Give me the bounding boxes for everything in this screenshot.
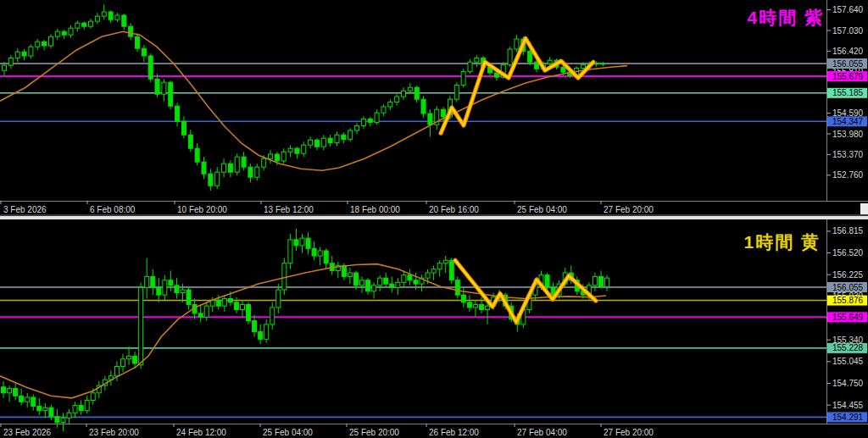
chart-1h-canvas[interactable]: 156.815156.520156.225155.930155.635155.3… [0, 219, 868, 438]
candlestick [342, 265, 346, 276]
candlestick [241, 304, 245, 309]
price-tick-label: 156.815 [832, 226, 864, 236]
candlestick [302, 145, 306, 153]
candlestick [31, 397, 36, 406]
candlestick [121, 359, 125, 367]
candlestick [467, 302, 471, 308]
time-tick-label: 20 Feb 16:00 [429, 205, 479, 214]
candlestick [2, 387, 6, 393]
candlestick [215, 172, 220, 186]
yellow-level-line-label: 155.876 [832, 296, 864, 305]
price-tick-label: 157.640 [832, 5, 864, 14]
candlestick [14, 389, 18, 396]
candlestick [235, 157, 239, 172]
candlestick [175, 286, 179, 293]
candlestick [228, 164, 232, 172]
time-tick-label: 6 Feb 08:00 [90, 205, 136, 214]
candlestick [480, 304, 484, 309]
candlestick [253, 321, 257, 332]
candlestick [353, 273, 358, 286]
candlestick [593, 276, 597, 285]
candlestick [368, 119, 372, 122]
candlestick [281, 152, 286, 161]
candlestick [49, 408, 53, 416]
current-price-line-label: 156.055 [832, 283, 864, 292]
blue-level-line-label: 154.347 [832, 117, 864, 126]
price-tick-label: 153.980 [832, 130, 864, 139]
candlestick [437, 263, 442, 269]
time-tick-label: 10 Feb 20:00 [177, 205, 227, 214]
candlestick [79, 406, 83, 411]
candlestick [169, 280, 173, 286]
blue-level-line-label: 154.291 [832, 413, 864, 422]
purple-level-line-label: 155.679 [832, 72, 864, 81]
candlestick [269, 154, 273, 158]
candlestick [282, 263, 287, 290]
candlestick [89, 21, 93, 26]
chart-panel-4h: 157.640157.030156.420155.810155.200154.5… [0, 0, 868, 214]
candlestick [473, 304, 477, 307]
candlestick [581, 64, 585, 68]
current-price-line-label: 156.055 [832, 59, 864, 69]
candlestick [55, 31, 59, 36]
trading-charts-screen: 157.640157.030156.420155.810155.200154.5… [0, 0, 868, 438]
candlestick [248, 167, 253, 177]
candlestick [443, 260, 448, 263]
candlestick [288, 240, 292, 263]
candlestick [145, 276, 149, 287]
candlestick [136, 36, 140, 48]
candlestick [300, 238, 304, 246]
candlestick [222, 298, 226, 306]
candlestick [25, 397, 30, 402]
candlestick [402, 275, 406, 283]
candlestick [396, 282, 400, 287]
candlestick [402, 91, 406, 97]
candlestick [408, 275, 412, 280]
candlestick [15, 52, 19, 58]
time-tick-label: 25 Feb 04:00 [517, 205, 567, 214]
price-tick-label: 156.225 [832, 270, 864, 280]
candlestick [91, 393, 95, 401]
candlestick [408, 87, 412, 91]
candlestick [442, 109, 446, 117]
candlestick [186, 290, 191, 304]
candlestick [324, 251, 328, 263]
purple-level-line-label: 155.649 [832, 313, 864, 322]
candlestick [102, 12, 106, 16]
moving-average-line [0, 264, 606, 398]
price-tick-label: 152.760 [832, 170, 864, 180]
time-tick-label: 3 Feb 2026 [3, 205, 47, 214]
candlestick [22, 52, 26, 56]
candlestick [163, 280, 167, 295]
candlestick [255, 167, 259, 177]
candlestick [37, 406, 42, 410]
candlestick [36, 42, 40, 47]
candlestick [535, 62, 539, 69]
candlestick [449, 260, 453, 280]
candlestick [314, 140, 319, 147]
candlestick [42, 42, 47, 46]
time-tick-label: 27 Feb 04:00 [517, 428, 567, 437]
time-tick-label: 26 Feb 12:00 [429, 428, 479, 437]
candlestick [67, 413, 71, 418]
candlestick [312, 248, 316, 256]
scrollbar-corner [860, 203, 868, 214]
candlestick [321, 138, 326, 147]
candlestick [62, 31, 66, 35]
candlestick [73, 406, 77, 413]
candlestick [455, 280, 459, 295]
candlestick [414, 280, 418, 284]
candlestick [175, 106, 180, 121]
candlestick [228, 298, 232, 302]
candlestick [195, 148, 199, 162]
candlestick [209, 174, 213, 186]
candlestick [415, 87, 419, 99]
chart-4h-canvas[interactable]: 157.640157.030156.420155.810155.200154.5… [0, 0, 868, 214]
candlestick [198, 313, 203, 317]
candlestick [295, 148, 299, 153]
price-tick-label: 157.030 [832, 26, 864, 36]
candlestick [355, 125, 359, 130]
candlestick [328, 138, 332, 142]
candlestick [133, 356, 137, 363]
candlestick [69, 28, 73, 35]
